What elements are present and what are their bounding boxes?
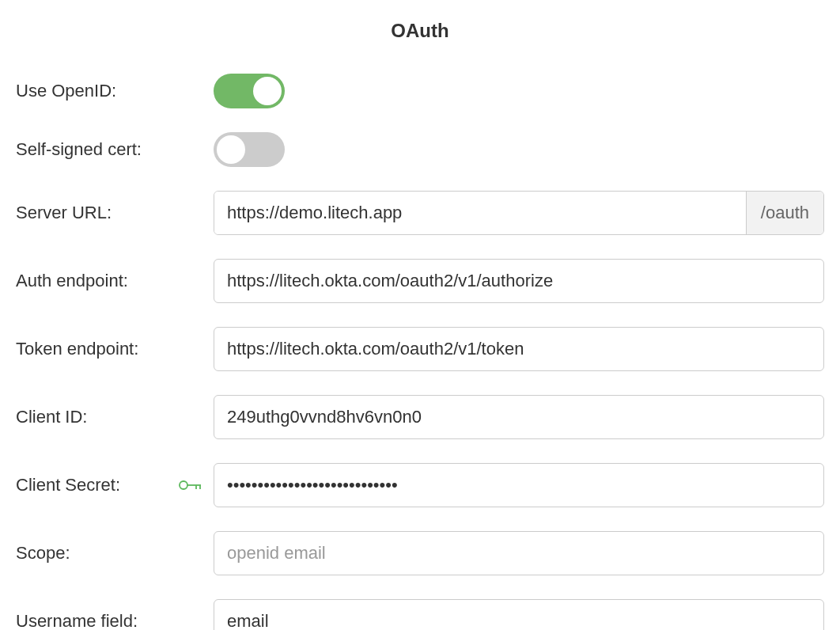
token-endpoint-row: Token endpoint: <box>16 327 824 371</box>
use-openid-label: Use OpenID: <box>16 81 214 101</box>
use-openid-row: Use OpenID: <box>16 74 824 108</box>
svg-point-0 <box>180 481 187 489</box>
username-field-row: Username field: <box>16 599 824 630</box>
server-url-input[interactable] <box>214 192 746 234</box>
server-url-group: /oauth <box>214 191 824 235</box>
username-field-label: Username field: <box>16 611 214 630</box>
username-field-input[interactable] <box>214 599 824 630</box>
server-url-label: Server URL: <box>16 203 214 223</box>
client-secret-input[interactable] <box>214 463 824 507</box>
toggle-knob <box>217 135 245 164</box>
client-id-input[interactable] <box>214 395 824 439</box>
server-url-suffix: /oauth <box>746 192 823 234</box>
auth-endpoint-label: Auth endpoint: <box>16 271 214 291</box>
client-secret-label-text: Client Secret: <box>16 475 120 495</box>
scope-input[interactable] <box>214 531 824 575</box>
use-openid-toggle[interactable] <box>214 74 285 108</box>
token-endpoint-label: Token endpoint: <box>16 339 214 359</box>
toggle-knob <box>253 77 282 105</box>
client-id-label: Client ID: <box>16 407 214 427</box>
key-icon <box>179 478 202 492</box>
self-signed-row: Self-signed cert: <box>16 132 824 167</box>
client-secret-label: Client Secret: <box>16 475 214 495</box>
scope-label: Scope: <box>16 543 214 564</box>
self-signed-toggle[interactable] <box>214 132 285 167</box>
server-url-row: Server URL: /oauth <box>16 191 824 235</box>
client-id-row: Client ID: <box>16 395 824 439</box>
page-title: OAuth <box>16 20 824 42</box>
client-secret-row: Client Secret: <box>16 463 824 507</box>
auth-endpoint-input[interactable] <box>214 259 824 303</box>
scope-row: Scope: <box>16 531 824 575</box>
self-signed-label: Self-signed cert: <box>16 139 214 160</box>
token-endpoint-input[interactable] <box>214 327 824 371</box>
auth-endpoint-row: Auth endpoint: <box>16 259 824 303</box>
